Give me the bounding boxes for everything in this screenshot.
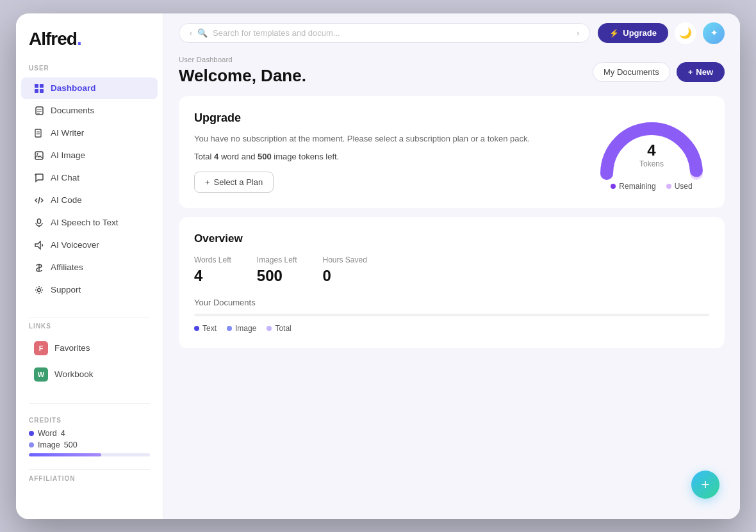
- overview-card: Overview Words Left 4 Images Left 500 Ho…: [179, 217, 725, 348]
- sidebar-item-ai-code[interactable]: AI Code: [21, 189, 158, 211]
- select-plan-button[interactable]: + Select a Plan: [194, 172, 274, 193]
- stat-hours-value: 0: [323, 267, 367, 285]
- page-header-left: User Dashboard Welcome, Dane.: [179, 56, 306, 86]
- plus-icon: +: [688, 67, 693, 77]
- gauge-area: 4 Tokens Remaining Used: [594, 113, 709, 191]
- sidebar-item-affiliates[interactable]: Affiliates: [21, 257, 158, 278]
- workbook-badge: W: [34, 367, 48, 382]
- image-legend-label: Image: [235, 324, 256, 333]
- credits-bar-fill: [29, 453, 101, 456]
- upgrade-card-description: You have no subscription at the moment. …: [194, 133, 579, 146]
- sidebar-divider: [29, 317, 150, 318]
- svg-point-12: [37, 153, 38, 154]
- grid-icon: [34, 83, 44, 93]
- new-button[interactable]: + New: [677, 62, 725, 82]
- sidebar-item-label: Affiliates: [51, 262, 83, 272]
- stat-words-label: Words Left: [194, 255, 231, 264]
- total-legend-dot: [267, 326, 272, 331]
- my-documents-button[interactable]: My Documents: [593, 62, 670, 82]
- used-legend-item: Used: [666, 182, 693, 191]
- upgrade-button[interactable]: Upgrade: [598, 23, 668, 43]
- docs-progress-bar: [194, 314, 709, 316]
- gauge-center-text: 4 Tokens: [639, 142, 664, 168]
- sidebar-item-label: AI Code: [51, 195, 82, 205]
- credits-image-label: Image: [38, 440, 60, 449]
- svg-rect-8: [35, 129, 41, 137]
- sidebar-item-ai-speech[interactable]: AI Speech to Text: [21, 212, 158, 234]
- credits-image-row: Image 500: [29, 440, 150, 449]
- fab-button[interactable]: +: [691, 471, 719, 499]
- credits-word-label: Word: [38, 429, 57, 438]
- sidebar-item-label: Documents: [51, 106, 94, 115]
- plus-icon: +: [205, 177, 210, 187]
- credits-section: CREDITS Word 4 Image 500: [16, 409, 163, 464]
- word-dot: [29, 431, 34, 436]
- main-content: ‹ 🔍 Search for templates and docum... › …: [163, 13, 740, 519]
- page-area: User Dashboard Welcome, Dane. My Documen…: [163, 53, 740, 519]
- page-title: Welcome, Dane.: [179, 66, 306, 86]
- sidebar-item-support[interactable]: Support: [21, 279, 158, 301]
- credits-word-row: Word 4: [29, 429, 150, 438]
- mic-icon: [34, 218, 44, 228]
- image-icon: [34, 150, 44, 161]
- sidebar-item-ai-writer[interactable]: AI Writer: [21, 122, 158, 144]
- links-nav: F Favorites W Workbook: [16, 335, 163, 388]
- page-header-actions: My Documents + New: [593, 62, 725, 82]
- main-nav: Dashboard Documents: [16, 77, 163, 302]
- search-bar[interactable]: ‹ 🔍 Search for templates and docum... ›: [179, 23, 590, 43]
- main-relative: User Dashboard Welcome, Dane. My Documen…: [163, 53, 740, 519]
- svg-rect-2: [35, 89, 38, 93]
- sidebar-item-label: Workbook: [54, 369, 94, 379]
- sidebar-item-workbook[interactable]: W Workbook: [21, 362, 158, 387]
- topbar-actions: Upgrade 🌙 ✦: [598, 22, 725, 44]
- logo-text: Alfred.: [29, 29, 81, 49]
- text-legend-dot: [194, 326, 199, 331]
- overview-stats: Words Left 4 Images Left 500 Hours Saved…: [194, 255, 709, 285]
- sidebar-item-ai-voiceover[interactable]: AI Voiceover: [21, 234, 158, 256]
- code-icon: [34, 195, 44, 206]
- svg-point-18: [38, 288, 41, 291]
- svg-rect-1: [40, 84, 44, 88]
- remaining-label: Remaining: [619, 182, 655, 191]
- sidebar-item-label: AI Voiceover: [51, 240, 99, 250]
- docs-legend-total: Total: [267, 324, 291, 333]
- sidebar-item-label: AI Writer: [51, 128, 84, 138]
- svg-rect-11: [35, 152, 43, 159]
- chevron-right-icon: ›: [577, 29, 579, 38]
- remaining-legend-item: Remaining: [611, 182, 655, 191]
- svg-rect-0: [35, 84, 38, 88]
- settings-icon: [34, 285, 44, 295]
- upgrade-card-left: Upgrade You have no subscription at the …: [194, 111, 579, 193]
- dollar-icon: [34, 262, 44, 273]
- favorites-badge: F: [34, 341, 48, 355]
- sidebar-item-documents[interactable]: Documents: [21, 100, 158, 122]
- topbar: ‹ 🔍 Search for templates and docum... › …: [163, 13, 740, 53]
- theme-toggle-button[interactable]: 🌙: [675, 22, 696, 44]
- stat-hours-label: Hours Saved: [323, 255, 367, 264]
- stat-images-label: Images Left: [257, 255, 297, 264]
- doc-icon: [34, 106, 44, 116]
- used-dot: [666, 184, 671, 189]
- sidebar-item-ai-chat[interactable]: AI Chat: [21, 167, 158, 189]
- image-dot: [29, 442, 34, 447]
- docs-legend-image: Image: [227, 324, 256, 333]
- sidebar: Alfred. USER Dashboard: [16, 13, 163, 519]
- stat-images-left: Images Left 500: [257, 255, 297, 285]
- svg-marker-16: [35, 241, 40, 249]
- stat-words-left: Words Left 4: [194, 255, 231, 285]
- svg-line-13: [38, 197, 40, 204]
- sidebar-item-dashboard[interactable]: Dashboard: [21, 77, 158, 99]
- sidebar-item-favorites[interactable]: F Favorites: [21, 335, 158, 361]
- sidebar-item-label: Dashboard: [51, 83, 96, 93]
- sidebar-item-ai-image[interactable]: AI Image: [21, 145, 158, 166]
- upgrade-card-title: Upgrade: [194, 111, 579, 125]
- sidebar-item-label: AI Chat: [51, 173, 79, 182]
- avatar-button[interactable]: ✦: [703, 22, 725, 44]
- chevron-left-icon: ‹: [190, 29, 192, 38]
- image-legend-dot: [227, 326, 232, 331]
- upgrade-card: Upgrade You have no subscription at the …: [179, 96, 725, 209]
- stat-hours-saved: Hours Saved 0: [323, 255, 367, 285]
- chat-icon: [34, 173, 44, 183]
- total-legend-label: Total: [275, 324, 291, 333]
- gauge-chart: 4 Tokens: [594, 113, 709, 177]
